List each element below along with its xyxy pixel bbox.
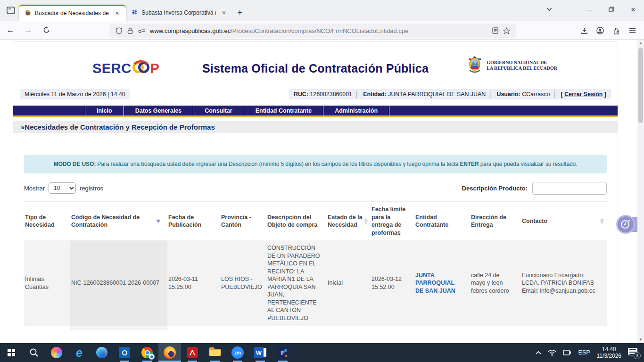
taskbar-outlook[interactable]: [113, 343, 136, 362]
col-header-tipo[interactable]: Tipo de Necesidad: [24, 202, 70, 240]
page-size-select[interactable]: 10: [49, 182, 76, 194]
tray-clock[interactable]: 14:40 11/3/2026: [597, 346, 622, 359]
taskbar-forticlient[interactable]: F⚙: [272, 343, 294, 362]
back-icon[interactable]: ←: [3, 23, 18, 38]
page-viewport: SERC P Sistema Oficial de Contratación P…: [0, 40, 644, 343]
shield-icon[interactable]: [113, 27, 124, 34]
tray-chevron-up-icon[interactable]: [536, 351, 541, 354]
acrobat-icon: [187, 347, 198, 358]
browser-tab-active[interactable]: Buscador de Necesidades de Co ✕: [19, 5, 126, 21]
product-description-input[interactable]: [532, 182, 607, 195]
word-icon: W: [254, 347, 266, 358]
usage-prefix: MODO DE USO:: [54, 161, 96, 167]
logout-link[interactable]: Cerrar Sesión: [564, 91, 603, 98]
reload-icon[interactable]: [39, 23, 54, 38]
language-indicator[interactable]: ESP: [578, 349, 590, 356]
usage-body: Para realizar una búsqueda usted debe in…: [96, 161, 460, 167]
firefox-icon: [164, 346, 176, 359]
taskbar-edge[interactable]: [91, 343, 113, 362]
col-header-descripcion[interactable]: Descripción del Objeto de compra: [266, 202, 327, 240]
floating-timer-widget[interactable]: [616, 215, 635, 234]
entidad-label: Entidad:: [363, 91, 387, 98]
browser-tab-inactive[interactable]: Subasta Inversa Corporativa de ✕: [126, 5, 232, 21]
reader-view-icon[interactable]: [489, 27, 501, 34]
table-header-row: Tipo de Necesidad Código de Necesidad de…: [24, 201, 607, 240]
col-header-fecha-publicacion[interactable]: Fecha de Publicación: [167, 202, 220, 240]
list-all-tabs-icon[interactable]: [541, 0, 557, 19]
restore-button[interactable]: [601, 0, 622, 19]
cell-estado: Inicial: [327, 240, 371, 326]
table-controls: Mostrar 10 registros Descripción Product…: [24, 182, 607, 194]
taskbar-copilot[interactable]: [45, 343, 68, 362]
product-filter: Descripción Producto:: [462, 182, 607, 195]
taskbar-word[interactable]: W: [249, 343, 272, 362]
cell-contacto: Funcionario Encargado: LCDA. PATRICIA BO…: [521, 240, 607, 326]
entidad-value: JUNTA PARROQUIAL DE SAN JUAN: [388, 91, 486, 98]
tab-close-icon[interactable]: ✕: [113, 9, 121, 17]
minimize-button[interactable]: –: [579, 0, 601, 19]
internet-explorer-icon: e: [76, 347, 83, 359]
url-bar[interactable]: www.compraspublicas.gob.ec/ProcesoContra…: [109, 24, 516, 38]
account-icon[interactable]: [592, 24, 608, 38]
product-filter-label: Descripción Producto:: [462, 185, 528, 192]
wifi-icon[interactable]: [548, 349, 556, 356]
contacto-line2: Email: info@sanjuan.gob.ec: [522, 287, 600, 295]
tab-favicon-ecuador-crest-icon: [25, 9, 31, 17]
bookmark-star-icon[interactable]: [501, 27, 512, 34]
taskbar-chrome[interactable]: [136, 343, 158, 362]
clock-icon[interactable]: [616, 215, 635, 234]
notification-center-icon[interactable]: 3: [628, 348, 639, 357]
taskbar-zoom[interactable]: zm: [226, 343, 249, 362]
col-header-fecha-limite[interactable]: Fecha límite para la entrega de proforma…: [371, 202, 414, 240]
entidad-link[interactable]: JUNTA PARROQUIAL DE SAN JUAN: [415, 272, 463, 295]
col-header-contacto[interactable]: Contacto: [521, 202, 607, 240]
usuario-value: CCarrasco: [522, 91, 550, 98]
nav-item-datos-generales[interactable]: Datos Generales: [124, 106, 194, 115]
site-header: SERC P Sistema Oficial de Contratación P…: [13, 42, 618, 87]
tab-title: Subasta Inversa Corporativa de: [141, 9, 216, 16]
search-button[interactable]: [23, 343, 45, 362]
firefox-view-icon[interactable]: [6, 5, 16, 16]
url-text[interactable]: www.compraspublicas.gob.ec/ProcesoContra…: [150, 27, 489, 34]
nav-item-administracion[interactable]: Administración: [323, 106, 389, 115]
notification-badge: 3: [634, 352, 641, 359]
taskbar-acrobat[interactable]: [181, 343, 204, 362]
forticlient-icon: F⚙: [277, 347, 289, 358]
chrome-icon: [141, 347, 153, 358]
col-header-direccion[interactable]: Dirección de Entrega: [470, 202, 521, 240]
tab-close-icon[interactable]: ✕: [220, 9, 228, 17]
forward-icon[interactable]: →: [21, 23, 36, 38]
meet-now-icon[interactable]: [563, 349, 571, 356]
tab-favicon-pinwheel-icon: [132, 9, 138, 16]
nav-item-consultar[interactable]: Consultar: [193, 106, 244, 115]
close-window-button[interactable]: ✕: [622, 0, 644, 19]
col-header-estado[interactable]: Estado de la Necesidad: [327, 202, 371, 240]
col-header-provincia[interactable]: Provincia - Cantón: [220, 202, 266, 240]
start-button[interactable]: [0, 343, 23, 362]
nav-item-entidad-contratante[interactable]: Entidad Contratante: [244, 106, 323, 115]
col-header-codigo[interactable]: Código de Necesidad de Contratación: [70, 202, 167, 240]
extensions-icon[interactable]: [608, 24, 624, 38]
logout-wrap: [ Cerrar Sesión ]: [561, 91, 606, 98]
url-path: /ProcesoContratacion/compras/NCO/FrmNCOL…: [231, 27, 408, 34]
lock-icon[interactable]: [124, 27, 136, 34]
scrollbar-thumb[interactable]: [638, 48, 643, 123]
downloads-icon[interactable]: [576, 24, 592, 38]
show-label: Mostrar: [24, 185, 45, 192]
taskbar-file-explorer[interactable]: [204, 343, 226, 362]
col-header-entidad[interactable]: Entidad Contratante: [414, 202, 470, 240]
usuario-label: Usuario:: [496, 91, 520, 98]
screen: Buscador de Necesidades de Co ✕ Subasta …: [0, 0, 644, 362]
nav-item-inicio[interactable]: Inicio: [85, 106, 124, 115]
scroll-up-icon[interactable]: ▲: [637, 40, 644, 47]
vertical-scrollbar[interactable]: ▲ ▼: [637, 40, 644, 343]
menu-hamburger-icon[interactable]: [624, 24, 640, 38]
scroll-down-icon[interactable]: ▼: [637, 336, 644, 343]
page-size-control: Mostrar 10 registros: [24, 182, 103, 194]
table-row: Ínfimas Cuantías NIC-1260023860001-2026-…: [24, 240, 607, 326]
cell-entidad: JUNTA PARROQUIAL DE SAN JUAN: [414, 240, 470, 326]
taskbar-internet-explorer[interactable]: e: [68, 343, 91, 362]
taskbar-firefox[interactable]: [158, 343, 181, 362]
new-tab-button[interactable]: +: [232, 8, 247, 21]
permissions-icon[interactable]: [136, 28, 147, 33]
